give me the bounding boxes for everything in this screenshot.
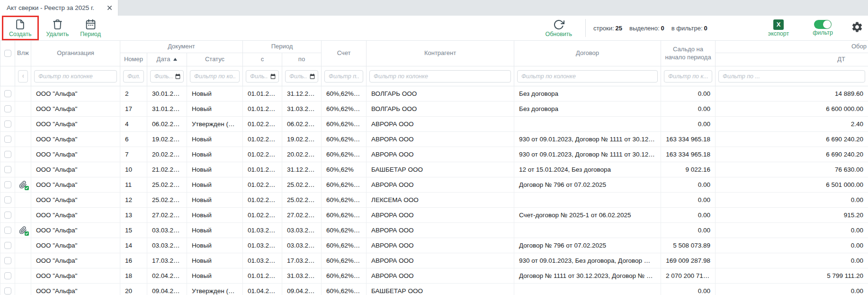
export-button[interactable]: X экспорт: [764, 18, 793, 38]
table-row[interactable]: ООО "Альфа"720.02.2025Новый01.02.202520.…: [0, 147, 868, 162]
filter-saldo-input[interactable]: [664, 70, 712, 83]
column-header-period-to[interactable]: по: [282, 53, 322, 66]
column-header-status[interactable]: Статус: [187, 53, 243, 66]
column-header-date[interactable]: Дата: [147, 53, 187, 66]
row-checkbox[interactable]: [4, 257, 11, 264]
tab-title: Акт сверки - Реестр за 2025 г.: [7, 4, 101, 11]
tab-act-sverki[interactable]: Акт сверки - Реестр за 2025 г.: [0, 0, 118, 16]
cell-number: 2: [120, 86, 147, 101]
filter-account-input[interactable]: [324, 70, 363, 83]
column-header-dt[interactable]: ДТ: [716, 53, 868, 66]
column-header-period-from[interactable]: с: [243, 53, 282, 66]
cell-contract: Договор № 796 от 07.02.2025: [514, 238, 661, 253]
column-header-number[interactable]: Номер: [120, 53, 147, 66]
filter-cell-date: [147, 66, 187, 86]
cell-period-from: 01.02.2025: [243, 177, 282, 193]
cell-number: 6: [120, 132, 147, 147]
filter-cell-period-to: [282, 66, 322, 86]
cell-organization: ООО "Альфа": [31, 86, 120, 101]
table-row[interactable]: ООО "Альфа"406.02.2025Утвержден (по...01…: [0, 117, 868, 132]
select-all-checkbox[interactable]: [4, 50, 11, 57]
table-row[interactable]: ООО "Альфа"1327.02.2025Новый01.02.202527…: [0, 208, 868, 223]
row-checkbox[interactable]: [4, 227, 11, 234]
cell-period-from: 01.03.2025: [243, 238, 282, 253]
filter-contract-input[interactable]: [517, 70, 658, 83]
filter-toggle-button[interactable]: фильтр: [809, 19, 837, 37]
cell-period-to: 03.03.2025: [282, 223, 322, 238]
row-checkbox[interactable]: [4, 272, 11, 279]
column-header-contract[interactable]: Договор: [514, 41, 661, 66]
table-row[interactable]: ООО "Альфа"1802.04.2025Новый01.01.202531…: [0, 268, 868, 284]
row-checkbox[interactable]: [4, 212, 11, 219]
filtered-count: в фильтре:0: [671, 25, 707, 32]
grid-stats: строки:25 выделено:0 в фильтре:0: [593, 25, 707, 32]
cell-select: [0, 284, 15, 295]
cell-account: 60%,62%,76%: [322, 268, 367, 284]
column-header-vlzh[interactable]: Влж: [15, 41, 31, 66]
cell-date: 19.02.2025: [147, 132, 187, 147]
row-checkbox[interactable]: [4, 166, 11, 173]
cell-saldo: 169 009 287.98: [661, 253, 716, 268]
cell-organization: ООО "Альфа": [31, 253, 120, 268]
calendar-icon[interactable]: [309, 73, 315, 79]
calendar-icon[interactable]: [175, 73, 181, 79]
table-row[interactable]: ООО "Альфа"1617.03.2025Новый01.03.202517…: [0, 253, 868, 268]
filter-contragent-input[interactable]: [369, 70, 511, 83]
tab-close-icon[interactable]: [107, 5, 112, 10]
table-row[interactable]: ООО "Альфа"230.01.2025Новый01.01.202431.…: [0, 86, 868, 101]
cell-number: 7: [120, 147, 147, 162]
row-checkbox[interactable]: [4, 242, 11, 249]
filter-organization-input[interactable]: [34, 70, 117, 83]
column-header-account[interactable]: Счет: [322, 41, 367, 66]
filter-status-input[interactable]: [190, 70, 240, 83]
excel-export-icon: X: [773, 19, 784, 30]
cell-attachment: [15, 86, 31, 101]
cell-number: 17: [120, 101, 147, 117]
calendar-icon[interactable]: [270, 73, 276, 79]
cell-attachment: [15, 117, 31, 132]
row-checkbox[interactable]: [4, 90, 11, 97]
cell-date: 17.03.2025: [147, 253, 187, 268]
filter-cell-saldo: [661, 66, 716, 86]
delete-button-label: Удалить: [46, 31, 69, 37]
cell-dt: 0.00: [716, 284, 868, 295]
row-checkbox[interactable]: [4, 151, 11, 158]
row-checkbox[interactable]: [4, 136, 11, 143]
table-row[interactable]: ООО "Альфа"1125.02.2025Новый01.02.202525…: [0, 177, 868, 193]
filter-number-input[interactable]: [123, 70, 144, 83]
refresh-button[interactable]: Обновить: [541, 18, 576, 38]
row-checkbox[interactable]: [4, 196, 11, 203]
settings-button[interactable]: [851, 21, 863, 35]
cell-date: 27.02.2025: [147, 208, 187, 223]
filter-dt-input[interactable]: [718, 70, 865, 83]
cell-attachment: [15, 208, 31, 223]
delete-button[interactable]: Удалить: [43, 18, 73, 38]
table-row[interactable]: ООО "Альфа"1731.01.2025Новый01.01.202531…: [0, 101, 868, 117]
table-row[interactable]: ООО "Альфа"1503.03.2025Новый01.03.202503…: [0, 223, 868, 238]
table-row[interactable]: ООО "Альфа"619.02.2025Новый01.02.202519.…: [0, 132, 868, 147]
column-header-saldo[interactable]: Сальдо на начало периода: [661, 41, 716, 66]
period-button[interactable]: Период: [76, 18, 105, 38]
filter-toggle-switch[interactable]: [814, 20, 832, 29]
cell-status: Утвержден (по...: [187, 284, 243, 295]
row-checkbox[interactable]: [4, 105, 11, 112]
cell-period-to: 31.03.2025: [282, 268, 322, 284]
cell-account: 60%,62%,76%: [322, 253, 367, 268]
cell-period-from: 01.02.2025: [243, 208, 282, 223]
row-checkbox[interactable]: [4, 181, 11, 188]
cell-select: [0, 223, 15, 238]
row-checkbox[interactable]: [4, 287, 11, 295]
column-header-contragent[interactable]: Контрагент: [367, 41, 514, 66]
cell-status: Новый: [187, 253, 243, 268]
table-row[interactable]: ООО "Альфа"1403.03.2025Новый01.03.202503…: [0, 238, 868, 253]
column-header-organization[interactable]: Организация: [31, 41, 120, 66]
table-row[interactable]: ООО "Альфа"1021.02.2025Новый01.01.202431…: [0, 162, 868, 177]
filter-toggle-label: фильтр: [813, 29, 833, 36]
table-row[interactable]: ООО "Альфа"1225.02.2025Новый01.02.202525…: [0, 193, 868, 208]
row-checkbox[interactable]: [4, 120, 11, 128]
table-row[interactable]: ООО "Альфа"2009.04.2025Утвержден (по...0…: [0, 284, 868, 295]
cell-status: Новый: [187, 147, 243, 162]
filter-vlzh-input[interactable]: [18, 70, 28, 83]
cell-status: Новый: [187, 238, 243, 253]
create-button[interactable]: Создать: [5, 18, 36, 38]
